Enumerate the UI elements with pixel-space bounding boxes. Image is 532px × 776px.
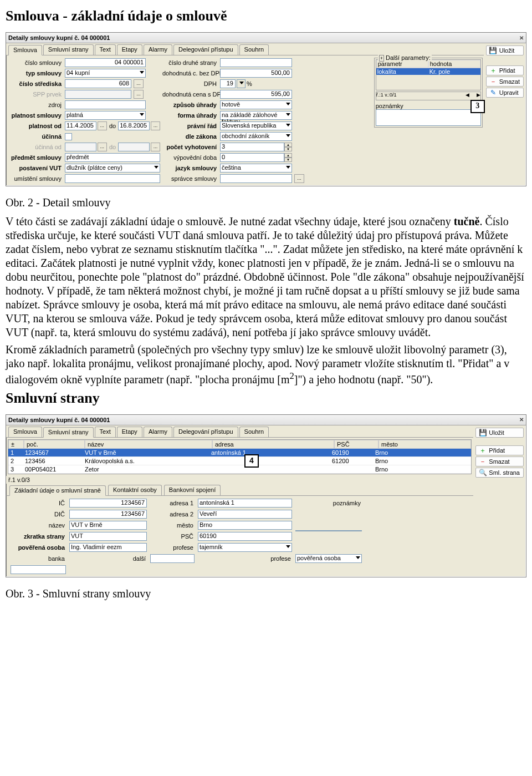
tab-alarmy[interactable]: Alarmy [144, 44, 172, 55]
select-forma-uhrady[interactable]: na základě zálohové faktury [220, 111, 292, 120]
date-picker-do-button[interactable]: ... [151, 121, 160, 130]
date-picker-ucod-button[interactable]: ... [98, 143, 107, 151]
label-adresa1: adresa 1 [150, 500, 195, 506]
tab-souhrn[interactable]: Souhrn [239, 427, 269, 437]
input-psc[interactable]: 60190 [198, 532, 292, 541]
table-row[interactable]: 11234567VUT v Brněantonínská 160190Brno [8, 449, 471, 457]
tab-delegovani[interactable]: Delegování přístupu [173, 427, 238, 437]
tab-etapy[interactable]: Etapy [117, 427, 142, 437]
subtab-kontaktni[interactable]: Kontaktní osoby [108, 485, 162, 495]
input-cislo-druhe-strany[interactable] [220, 58, 292, 67]
stepper-vyhotoveni[interactable]: ▲▼ [284, 143, 292, 151]
subtab-zakladni[interactable]: Základní údaje o smluvní straně [9, 485, 106, 496]
tab-alarmy[interactable]: Alarmy [144, 427, 172, 437]
select-profese2[interactable]: pověřená osoba [295, 554, 362, 563]
collapse-icon[interactable]: ✕ [519, 35, 524, 41]
input-bez-dph[interactable]: 500,00 [220, 69, 292, 78]
select-pravni-rad[interactable]: Slovenská republika [220, 121, 292, 130]
input-mesto[interactable]: Brno [198, 521, 292, 530]
input-ic[interactable]: 1234567 [69, 499, 147, 508]
input-adresa2[interactable]: Veveří [198, 510, 292, 519]
select-jazyk[interactable]: čeština [220, 164, 292, 173]
stepper-vypov[interactable]: ▲▼ [284, 153, 292, 162]
tab-text[interactable]: Text [95, 427, 116, 437]
titlebar: Detaily smlouvy kupní č. 04 000001 ✕ [6, 33, 526, 43]
input-banka[interactable] [11, 565, 66, 574]
input-s-dph[interactable]: 595,00 [220, 90, 292, 99]
select-dle-zakona[interactable]: obchodní zákoník [220, 132, 292, 141]
input-zkratka[interactable]: VUT [69, 532, 147, 541]
input-platnost-od[interactable]: 11.4.2005 [65, 121, 96, 130]
grid-status: ř.1 v.0/3 [6, 476, 473, 484]
select-typ-smlouvy[interactable]: 04 kupní [65, 69, 146, 78]
label-bez-dph: dohodnutá c. bez DPH [162, 70, 218, 77]
add-button[interactable]: ＋Přidat [475, 445, 524, 455]
dph-dropdown-button[interactable] [237, 79, 245, 88]
input-zdroj[interactable] [65, 100, 146, 109]
label-do: do [108, 123, 117, 129]
lookup-spp-button[interactable]: ... [134, 90, 144, 99]
input-dic[interactable]: 1234567 [69, 510, 147, 519]
delete-button[interactable]: －Smazat [475, 457, 524, 466]
input-umisteni[interactable] [65, 174, 160, 183]
label-nazev: název [11, 522, 66, 529]
tab-delegovani[interactable]: Delegování přístupu [173, 44, 238, 55]
table-row[interactable]: 2123456Královopolská a.s.61200Brno [8, 457, 471, 465]
tab-souhrn[interactable]: Souhrn [239, 44, 269, 55]
textarea-poznamky[interactable] [376, 109, 481, 126]
save-button[interactable]: 💾Uložit [475, 428, 524, 438]
input-dalsi[interactable] [150, 554, 195, 563]
tab-text[interactable]: Text [95, 44, 116, 55]
label-dic: DIČ [11, 511, 66, 518]
input-vypovedni-doba[interactable]: 0 [220, 153, 284, 162]
tab-smlouva[interactable]: Smlouva [8, 45, 42, 55]
table-row[interactable]: 300P054021ZetorBrno [8, 465, 471, 474]
sml-strana-button[interactable]: 🔍Sml. strana [475, 468, 524, 478]
delete-button[interactable]: －Smazat [486, 77, 524, 87]
date-picker-ucdo-button[interactable]: ... [151, 143, 160, 151]
label-cislo-strediska: číslo střediska [9, 80, 63, 87]
edit-button[interactable]: ✎Upravit [486, 88, 524, 98]
save-button[interactable]: 💾Uložit [486, 45, 524, 55]
tab-smlouva[interactable]: Smlouva [8, 427, 42, 437]
input-cislo-smlouvy[interactable]: 04 000001 [65, 58, 146, 67]
input-dph[interactable]: 19 [220, 79, 236, 88]
input-nazev[interactable]: VUT v Brně [69, 521, 147, 530]
select-postaveni[interactable]: dlužník (plátce ceny) [65, 164, 160, 173]
add-button[interactable]: ＋Přidat [486, 65, 524, 75]
figure-caption-3: Obr. 3 - Smluvní strany smlouvy [6, 587, 526, 600]
select-zpusob-uhrady[interactable]: hotově [220, 100, 292, 109]
label-platnost-od: platnost od [9, 123, 63, 129]
select-platnost-smlouvy[interactable]: platná [65, 111, 146, 120]
subtab-bankovni[interactable]: Bankovní spojení [164, 485, 221, 495]
select-profese[interactable]: tajemník [198, 543, 292, 552]
input-platnost-do[interactable]: 16.8.2005 [118, 121, 150, 130]
smluvni-strany-grid[interactable]: ± poč. název adresa PSČ město 11234567VU… [8, 439, 472, 474]
input-adresa1[interactable]: antonínská 1 [198, 499, 292, 508]
tab-etapy[interactable]: Etapy [117, 44, 142, 55]
plus-icon[interactable]: + [379, 55, 384, 62]
input-spravce[interactable] [220, 174, 292, 183]
input-osoba[interactable]: Ing. Vladimír eezm [69, 543, 147, 552]
tab-smluvni-strany[interactable]: Smluvní strany [43, 44, 94, 55]
dalsi-parametry-panel: + Další parametry: parametr hodnota loka… [374, 58, 483, 128]
params-scroll[interactable]: ř.:1 v.:0/1◀ ▶ [376, 92, 481, 100]
label-mesto: město [150, 522, 195, 529]
plus-icon: ＋ [479, 447, 486, 454]
lookup-spravce-button[interactable]: ... [294, 174, 304, 183]
params-row-selected[interactable]: lokalitaKr. pole [376, 68, 480, 75]
collapse-icon[interactable]: ✕ [519, 417, 524, 423]
tabs: Smlouva Smluvní strany Text Etapy Alarmy… [6, 43, 484, 55]
input-predmet[interactable]: předmět [65, 153, 160, 162]
paragraph-1: V této části se zadávají základní údaje … [6, 215, 526, 339]
date-picker-od-button[interactable]: ... [98, 121, 107, 130]
checkbox-ucinna[interactable] [65, 133, 72, 140]
lookup-stredisko-button[interactable]: ... [134, 79, 144, 88]
input-ucinna-od [65, 143, 96, 151]
input-cislo-strediska[interactable]: 608 [65, 79, 131, 88]
tab-smluvni-strany[interactable]: Smluvní strany [43, 427, 94, 438]
input-pocet-vyhotoveni[interactable]: 3 [220, 143, 284, 151]
textarea-poznamky2[interactable] [295, 530, 362, 531]
titlebar-2: Detaily smlouvy kupní č. 04 000001 ✕ [6, 415, 526, 425]
subform: IČ 1234567 adresa 1 antonínská 1 poznámk… [6, 496, 473, 577]
